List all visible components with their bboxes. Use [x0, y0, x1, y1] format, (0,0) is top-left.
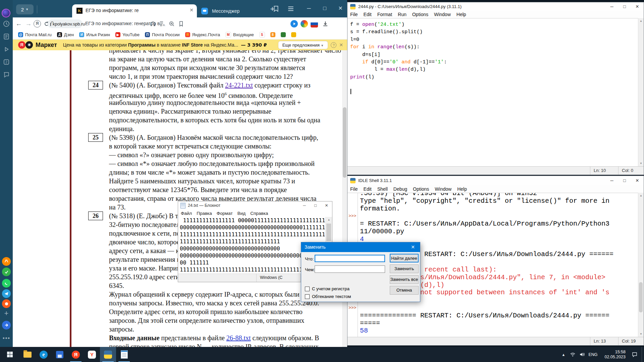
match-case-checkbox[interactable]: С учетом регистра: [305, 286, 350, 291]
back-icon[interactable]: ←: [14, 20, 23, 28]
dialog-title-bar[interactable]: Заменить: [301, 242, 420, 252]
editor-code-area[interactable]: f = open('24.txt')s = f.readline().split…: [347, 18, 644, 166]
bookmark-item[interactable]: [281, 32, 286, 37]
notepad-minimize-button[interactable]: ─: [299, 201, 310, 209]
with-input[interactable]: [315, 265, 385, 273]
menu-item[interactable]: Shell: [377, 186, 388, 192]
network-icon[interactable]: [568, 350, 577, 359]
menu-item[interactable]: Правка: [197, 211, 212, 216]
replace-all-button[interactable]: Заменить все: [390, 275, 419, 284]
bookmark-item[interactable]: @Почта Mail.ru: [18, 32, 52, 37]
checkmark-icon[interactable]: [2, 267, 11, 276]
telegram-icon[interactable]: [2, 289, 11, 298]
bookmark-item[interactable]: S: [259, 32, 265, 38]
menu-item[interactable]: Debug: [393, 186, 407, 192]
menu-item[interactable]: Run: [398, 12, 407, 17]
shell-close-button[interactable]: ✕: [631, 176, 644, 185]
shell-minimize-button[interactable]: ─: [605, 176, 618, 185]
bookmark-item[interactable]: ИИлья Ризин: [79, 32, 110, 37]
clock[interactable]: 15:58 02.05.2023: [599, 350, 628, 360]
video-extension-icon[interactable]: [290, 20, 298, 27]
shell-maximize-button[interactable]: □: [618, 176, 631, 185]
menu-item[interactable]: Format: [377, 12, 392, 17]
alice-headphones-icon[interactable]: [150, 20, 157, 27]
tab-messenger[interactable]: Мессенджер: [201, 6, 265, 16]
bookmark-item[interactable]: [291, 32, 296, 37]
browser-close-button[interactable]: ✕: [334, 3, 347, 14]
checkbox-icon[interactable]: [305, 294, 310, 299]
orange-app-icon[interactable]: [2, 299, 11, 308]
notepad-close-button[interactable]: ✕: [321, 201, 332, 209]
shell-scrollbar[interactable]: ▲ ▼: [638, 193, 644, 337]
notepad-scrollbar-thumb[interactable]: [326, 224, 331, 241]
menu-item[interactable]: Options: [412, 12, 428, 17]
menu-item[interactable]: Формат: [217, 211, 233, 216]
replace-button[interactable]: Заменить: [390, 264, 419, 273]
blue-app-icon[interactable]: [2, 321, 11, 329]
tray-expand-icon[interactable]: ▲: [559, 353, 568, 357]
notepad-maximize-button[interactable]: □: [310, 201, 321, 209]
menu-item[interactable]: Help: [457, 186, 467, 192]
menu-item[interactable]: Справка: [250, 211, 268, 216]
menu-item[interactable]: Edit: [364, 12, 372, 17]
file-link[interactable]: 24-221.txt: [225, 81, 253, 89]
start-button[interactable]: [0, 347, 19, 362]
menu-item[interactable]: File: [350, 12, 358, 17]
browser-menu-icon[interactable]: [287, 5, 297, 14]
taskbar-idle-python[interactable]: [100, 347, 116, 362]
bookmark-panel-icon[interactable]: [272, 5, 282, 14]
protect-extension-icon[interactable]: [301, 20, 308, 27]
find-next-button[interactable]: Найти далее: [390, 254, 419, 262]
volume-icon[interactable]: [577, 350, 587, 359]
feed-icon[interactable]: [3, 33, 10, 40]
zoom-in-icon[interactable]: [168, 20, 176, 27]
menu-item[interactable]: Options: [413, 186, 429, 192]
editor-close-button[interactable]: ✕: [631, 2, 644, 11]
add-panel-icon[interactable]: +: [2, 309, 11, 318]
menu-item[interactable]: Window: [435, 186, 451, 192]
browser-maximize-button[interactable]: □: [318, 3, 331, 14]
shell-scrollbar-thumb[interactable]: [639, 282, 643, 312]
reader-mode-icon[interactable]: A: [159, 20, 166, 27]
browser-minimize-button[interactable]: ─: [302, 3, 316, 14]
language-indicator[interactable]: ENG: [587, 352, 599, 357]
video-play-icon[interactable]: [3, 46, 10, 53]
wrap-text-checkbox[interactable]: Обтекание текстом: [305, 294, 351, 299]
menu-item[interactable]: Edit: [364, 186, 372, 192]
bookmark-item[interactable]: MВходящие: [225, 32, 254, 38]
action-center-icon[interactable]: [628, 352, 642, 358]
flag-extension-icon[interactable]: [311, 20, 318, 27]
menu-item[interactable]: Вид: [237, 211, 246, 216]
banner-close-icon[interactable]: ✕: [339, 42, 343, 48]
url-domain-pill[interactable]: kpolyakov.spb.ru: [48, 19, 83, 28]
bookmark-item[interactable]: ДДзен: [57, 32, 74, 37]
scroll-down-icon[interactable]: ▼: [638, 162, 644, 165]
whatsapp-icon[interactable]: [2, 279, 11, 288]
yandex-games-icon[interactable]: [2, 257, 11, 266]
cancel-button[interactable]: Отмена: [390, 286, 419, 295]
menu-item[interactable]: Window: [434, 12, 451, 17]
scroll-up-icon[interactable]: ▲: [638, 19, 644, 22]
taskbar-edge[interactable]: e: [36, 347, 52, 362]
banner-help-button[interactable]: ?: [331, 42, 336, 48]
taskbar-file-explorer[interactable]: [19, 347, 36, 362]
tab-active-ege[interactable]: К ЕГЭ по информатике: ге ✕: [72, 4, 197, 17]
file-link[interactable]: 26-88.txt: [226, 334, 251, 342]
editor-title-bar[interactable]: 2444.py - C:/Users/Илья/Downloads/2444.p…: [347, 2, 644, 11]
scroll-down-icon[interactable]: ▼: [638, 333, 644, 336]
profile-avatar[interactable]: [2, 9, 10, 17]
bookmark-item[interactable]: ЯЯндекс.Почта: [185, 32, 220, 37]
taskbar-notepad[interactable]: [116, 347, 132, 362]
tab-counter-button[interactable]: 2▼: [16, 4, 34, 14]
yandex-badge-icon[interactable]: Я: [34, 20, 41, 27]
editor-maximize-button[interactable]: □: [618, 2, 631, 11]
checkbox-icon[interactable]: [305, 287, 310, 291]
dialog-close-icon[interactable]: ✕: [406, 242, 420, 252]
taskbar-yandex-browser[interactable]: Я: [68, 347, 84, 362]
show-desktop-button[interactable]: [642, 347, 644, 362]
shell-title-bar[interactable]: IDLE Shell 3.11.1: [347, 176, 644, 185]
editor-scrollbar[interactable]: ▲▼: [638, 18, 644, 166]
page-scrollbar[interactable]: [342, 50, 347, 347]
menu-item[interactable]: Help: [457, 12, 466, 17]
what-input[interactable]: [315, 255, 385, 262]
